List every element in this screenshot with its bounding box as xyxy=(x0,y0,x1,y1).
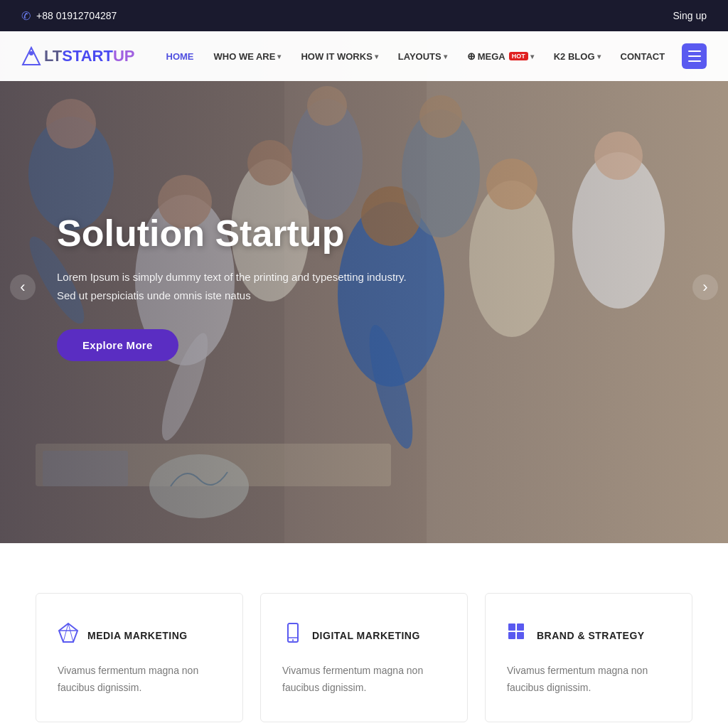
hamburger-line-1 xyxy=(688,50,701,52)
services-grid: MEDIA MARKETING Vivamus fermentum magna … xyxy=(36,593,692,722)
hero-title: Solution Startup xyxy=(57,213,407,254)
hot-badge: HOT xyxy=(509,52,528,60)
service-desc-digital: Vivamus fermentum magna non faucibus dig… xyxy=(282,663,446,697)
chevron-down-icon: ▾ xyxy=(277,53,281,60)
svg-point-1 xyxy=(29,51,33,55)
logo[interactable]: LTSTARTUP xyxy=(21,46,135,66)
service-title-digital: DIGITAL MARKETING xyxy=(312,630,420,641)
svg-rect-31 xyxy=(288,623,298,642)
logo-up: UP xyxy=(113,47,135,65)
hero-content: Solution Startup Lorem Ipsum is simply d… xyxy=(57,213,407,361)
hamburger-line-2 xyxy=(688,55,701,57)
service-card-digital: DIGITAL MARKETING Vivamus fermentum magn… xyxy=(260,593,468,722)
nav-item-how-it-works[interactable]: HOW IT WORKS ▾ xyxy=(291,51,387,62)
diamond-icon xyxy=(58,622,79,648)
hamburger-button[interactable] xyxy=(682,43,707,69)
svg-marker-0 xyxy=(23,48,40,65)
navbar: LTSTARTUP HOME WHO WE ARE ▾ HOW IT WORKS… xyxy=(0,31,728,81)
svg-rect-35 xyxy=(517,623,524,631)
hero-prev-button[interactable]: ‹ xyxy=(10,274,36,300)
hero-next-button[interactable]: › xyxy=(692,274,718,300)
chevron-down-icon: ▾ xyxy=(375,53,378,60)
service-title-media: MEDIA MARKETING xyxy=(87,630,188,641)
nav-item-layouts[interactable]: LAYOUTS ▾ xyxy=(388,51,457,62)
hamburger-line-3 xyxy=(688,60,701,62)
svg-rect-34 xyxy=(508,623,515,631)
nav-menu: HOME WHO WE ARE ▾ HOW IT WORKS ▾ LAYOUTS… xyxy=(156,50,675,62)
signup-link[interactable]: Sing up xyxy=(673,10,707,21)
services-section: MEDIA MARKETING Vivamus fermentum magna … xyxy=(0,543,728,728)
svg-marker-27 xyxy=(59,623,77,642)
nav-item-mega[interactable]: ⊕ MEGA HOT ▾ xyxy=(457,50,544,62)
phone-icon: ✆ xyxy=(21,9,31,23)
chevron-down-icon: ▾ xyxy=(530,53,534,60)
chevron-down-icon: ▾ xyxy=(597,53,601,60)
nav-item-contact[interactable]: CONTACT xyxy=(611,51,675,62)
nav-item-who-we-are[interactable]: WHO WE ARE ▾ xyxy=(204,51,291,62)
topbar: ✆ +88 01912704287 Sing up xyxy=(0,0,728,31)
mobile-icon xyxy=(282,622,304,648)
phone-number: +88 01912704287 xyxy=(36,10,117,21)
hero-description: Lorem Ipsum is simply dummy text of the … xyxy=(57,268,407,304)
hero-section: Solution Startup Lorem Ipsum is simply d… xyxy=(0,31,728,543)
svg-rect-36 xyxy=(508,632,515,639)
service-title-brand: BRAND & STRATEGY xyxy=(537,630,645,641)
service-card-media: MEDIA MARKETING Vivamus fermentum magna … xyxy=(36,593,243,722)
service-desc-brand: Vivamus fermentum magna non faucibus dig… xyxy=(507,663,670,697)
chevron-down-icon: ▾ xyxy=(444,53,447,60)
mega-icon: ⊕ xyxy=(467,50,476,62)
logo-start: START xyxy=(62,47,113,65)
nav-item-k2-blog[interactable]: K2 BLOG ▾ xyxy=(544,51,611,62)
service-desc-media: Vivamus fermentum magna non faucibus dig… xyxy=(58,663,221,697)
grid-icon xyxy=(507,622,528,648)
logo-lt: LT xyxy=(44,47,62,65)
nav-item-home[interactable]: HOME xyxy=(156,51,204,62)
svg-point-33 xyxy=(292,639,294,641)
logo-icon xyxy=(21,46,41,66)
svg-rect-37 xyxy=(517,632,524,639)
service-card-brand: BRAND & STRATEGY Vivamus fermentum magna… xyxy=(485,593,692,722)
topbar-contact: ✆ +88 01912704287 xyxy=(21,9,117,23)
explore-more-button[interactable]: Explore More xyxy=(57,329,178,361)
